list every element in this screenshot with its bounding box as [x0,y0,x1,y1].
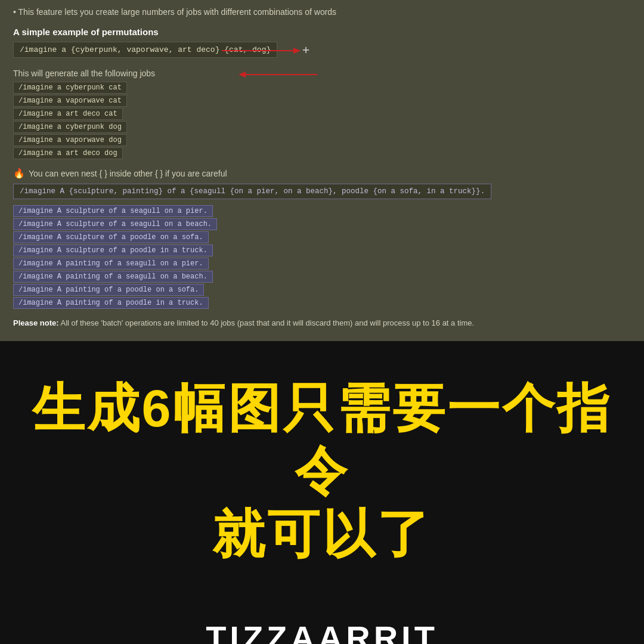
job-line: /imagine a vaporwave cat [13,95,127,107]
nested-job-line: /imagine A sculpture of a seagull on a p… [13,205,213,217]
job-line: /imagine a art deco cat [13,108,123,120]
brand-container: TIZZAARRIT WEB3.0 | AIGC | DAO [206,618,439,645]
nested-job-line: /imagine A sculpture of a poodle in a tr… [13,244,213,256]
note-label: Please note: [13,318,59,327]
job-line: /imagine a cyberpunk cat [13,82,127,94]
bullet-text: • This feature lets you create large num… [13,6,631,18]
svg-text:+: + [302,42,309,57]
section-title: A simple example of permutations [13,27,631,37]
nested-jobs-group: /imagine A sculpture of a seagull on a p… [13,205,631,309]
job-line: /imagine a vaporwave dog [13,134,127,146]
nested-job-line: /imagine A painting of a seagull on a pi… [13,258,209,270]
nested-job-line: /imagine A sculpture of a poodle on a so… [13,231,209,243]
svg-marker-1 [293,48,301,54]
generate-text: This will generate all the following job… [13,69,631,78]
job-line: /imagine a cyberpunk dog [13,121,127,133]
nest-note: 🔥 You can even nest { } inside other { }… [13,168,631,179]
main-command: /imagine a {cyberpunk, vaporwave, art de… [13,42,277,58]
nested-job-line: /imagine A painting of a seagull on a be… [13,271,213,283]
top-section: • This feature lets you create large num… [0,0,644,341]
chinese-title: 生成6幅图只需要一个指令 就可以了 [24,377,620,566]
job-lines-group: /imagine a cyberpunk cat /imagine a vapo… [13,82,631,159]
nested-command: /imagine A {sculpture, painting} of a {s… [13,184,491,199]
nested-job-line: /imagine A sculpture of a seagull on a b… [13,218,217,230]
bottom-section: 生成6幅图只需要一个指令 就可以了 TIZZAARRIT WEB3.0 | AI… [0,341,644,645]
brand-name: TIZZAARRIT [206,618,438,645]
note-text: Please note: All of these 'batch' operat… [13,317,631,329]
nested-job-line: /imagine A painting of a poodle on a sof… [13,284,204,296]
nested-job-line: /imagine A painting of a poodle in a tru… [13,297,209,309]
job-line: /imagine a art deco dog [13,147,123,159]
fire-emoji: 🔥 [13,168,25,179]
